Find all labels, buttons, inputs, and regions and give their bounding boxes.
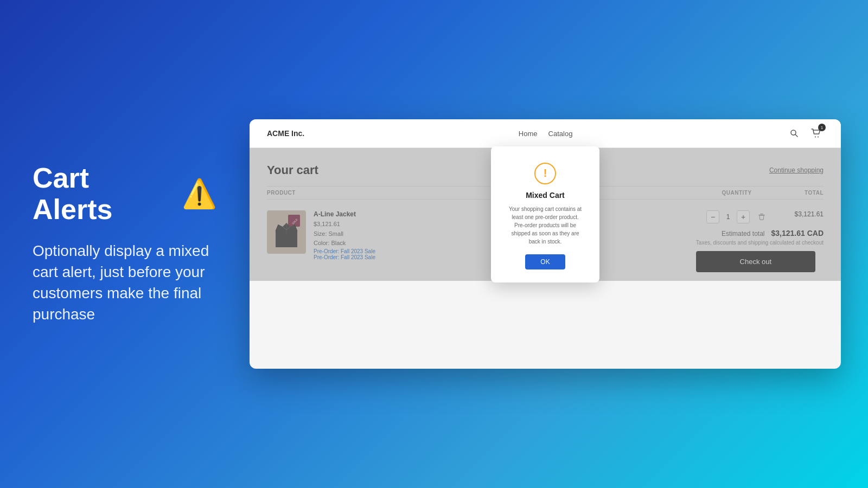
nav-home[interactable]: Home <box>519 130 538 138</box>
browser-window: ACME Inc. Home Catalog 1 <box>250 119 841 369</box>
modal-ok-button[interactable]: OK <box>525 254 565 269</box>
header-icons: 1 <box>787 126 824 141</box>
modal-overlay: ! Mixed Cart Your shopping cart contains… <box>250 148 841 281</box>
store-header: ACME Inc. Home Catalog 1 <box>250 119 841 148</box>
subtext: Optionally display a mixed cart alert, j… <box>33 240 217 325</box>
cart-icon[interactable]: 1 <box>808 126 824 141</box>
store-nav: Home Catalog <box>519 130 573 138</box>
headline-text: Cart Alerts <box>33 163 175 224</box>
modal-body: Your shopping cart contains at least one… <box>506 205 584 246</box>
store-logo: ACME Inc. <box>267 129 304 138</box>
modal-title: Mixed Cart <box>526 191 565 200</box>
mixed-cart-modal: ! Mixed Cart Your shopping cart contains… <box>491 146 599 282</box>
cart-badge: 1 <box>818 124 826 131</box>
svg-point-3 <box>818 137 819 138</box>
modal-warning-icon: ! <box>534 163 556 184</box>
nav-catalog[interactable]: Catalog <box>548 130 573 138</box>
warning-emoji: ⚠️ <box>182 178 217 209</box>
svg-point-2 <box>815 137 816 138</box>
headline: Cart Alerts ⚠️ <box>33 163 217 224</box>
left-panel: Cart Alerts ⚠️ Optionally display a mixe… <box>0 130 250 357</box>
search-icon[interactable] <box>787 126 802 141</box>
svg-line-1 <box>795 134 797 137</box>
store-body: Your cart Continue shopping PRODUCT QUAN… <box>250 148 841 281</box>
